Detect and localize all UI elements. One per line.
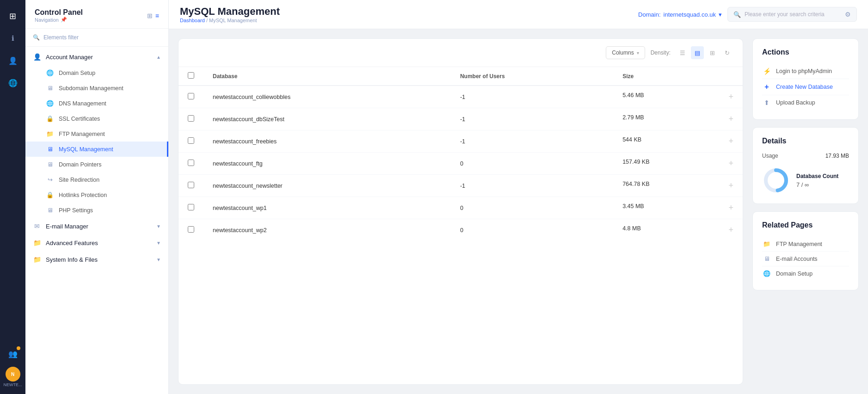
sidebar-nav-icons: ⊞ ≡ <box>147 12 159 19</box>
filter-settings-icon[interactable]: ⚙ <box>845 11 851 18</box>
sidebar-item-mysql-management[interactable]: 🖥 MySQL Management <box>25 142 168 157</box>
table-row: newtestaccount_ftg 0 157.49 KB + <box>179 153 743 175</box>
search-input[interactable] <box>745 11 841 18</box>
row-db-name: newtestaccount_wp1 <box>203 197 451 219</box>
details-card: Details Usage 17.93 MB Database Count 7 … <box>752 127 859 204</box>
table-row: newtestaccount_newsletter -1 764.78 KB + <box>179 175 743 197</box>
row-checkbox-3[interactable] <box>188 160 194 166</box>
row-checkbox-cell <box>179 197 203 219</box>
table-row: newtestaccount_freebies -1 544 KB + <box>179 130 743 153</box>
sidebar-group-advanced-features[interactable]: 📁 Advanced Features ▼ <box>25 234 168 251</box>
dns-icon: 🌐 <box>46 100 54 107</box>
row-plus-btn[interactable]: + <box>728 181 733 191</box>
sidebar-item-domain-setup[interactable]: 🌐 Domain Setup <box>25 65 168 80</box>
system-info-label: System Info & Files <box>46 256 98 263</box>
related-ftp-label: FTP Management <box>776 241 822 247</box>
row-checkbox-2[interactable] <box>188 137 194 144</box>
density-buttons: ☰ ▤ ⊞ ↻ <box>676 46 733 59</box>
columns-button[interactable]: Columns ▾ <box>606 46 645 59</box>
subdomain-icon: 🖥 <box>46 85 54 92</box>
nav-section-account: 👤 Account Manager ▲ 🌐 Domain Setup 🖥 Sub… <box>25 47 168 270</box>
row-db-name: newtestaccount_ftg <box>203 153 451 175</box>
refresh-btn[interactable]: ↻ <box>720 46 733 59</box>
related-email-icon: 🖥 <box>762 255 771 262</box>
columns-chevron-icon: ▾ <box>637 50 639 55</box>
row-plus-btn[interactable]: + <box>728 159 733 168</box>
row-size: 2.79 MB + <box>613 108 743 130</box>
sidebar-item-php-settings[interactable]: 🖥 PHP Settings <box>25 203 168 218</box>
row-plus-btn[interactable]: + <box>728 136 733 146</box>
grid-icon[interactable]: ⊞ <box>4 7 22 25</box>
row-checkbox-cell <box>179 130 203 153</box>
sidebar-item-site-redirection[interactable]: ↪ Site Redirection <box>25 172 168 187</box>
page-title: MySQL Management <box>180 6 280 18</box>
sidebar-item-ftp-management[interactable]: 📁 FTP Management <box>25 126 168 142</box>
row-plus-btn[interactable]: + <box>728 203 733 213</box>
right-panel: Actions ⚡ Login to phpMyAdmin + Create N… <box>752 38 859 385</box>
row-db-name: newtestaccount_wp2 <box>203 219 451 241</box>
row-users: -1 <box>451 130 613 153</box>
row-checkbox-6[interactable] <box>188 226 194 233</box>
row-checkbox-4[interactable] <box>188 182 194 188</box>
row-users: 0 <box>451 197 613 219</box>
density-compact-btn[interactable]: ▤ <box>691 46 704 59</box>
sidebar-item-dns-management[interactable]: 🌐 DNS Management <box>25 96 168 111</box>
sidebar-item-hotlinks-protection[interactable]: 🔒 Hotlinks Protection <box>25 187 168 203</box>
related-card: Related Pages 📁 FTP Management 🖥 E-mail … <box>752 211 859 290</box>
row-plus-btn[interactable]: + <box>728 114 733 124</box>
row-checkbox-0[interactable] <box>188 93 194 99</box>
select-all-checkbox[interactable] <box>188 72 194 79</box>
ssl-icon: 🔒 <box>46 115 54 122</box>
avatar[interactable]: N <box>6 367 20 382</box>
breadcrumb-home[interactable]: Dashboard <box>180 18 205 23</box>
action-create-label: Create New Database <box>776 84 833 90</box>
donut-separator: / <box>801 181 803 188</box>
user-icon[interactable]: 👤 <box>4 51 22 70</box>
sidebar-title: Control Panel <box>35 8 83 17</box>
list-view-icon[interactable]: ≡ <box>155 12 159 19</box>
table-row: newtestaccount_dbSizeTest -1 2.79 MB + <box>179 108 743 130</box>
grid-view-icon[interactable]: ⊞ <box>147 12 153 19</box>
row-checkbox-1[interactable] <box>188 115 194 122</box>
related-email-accounts[interactable]: 🖥 E-mail Accounts <box>762 252 849 266</box>
sidebar-group-system-info[interactable]: 📁 System Info & Files ▼ <box>25 251 168 268</box>
phpmyadmin-icon: ⚡ <box>762 68 771 75</box>
user-label: NEWTE... <box>4 382 22 387</box>
action-upload-backup[interactable]: ⬆ Upload Backup <box>762 95 849 110</box>
sidebar-item-subdomain-management[interactable]: 🖥 Subdomain Management <box>25 80 168 96</box>
email-manager-arrow: ▼ <box>156 224 161 229</box>
related-email-label: E-mail Accounts <box>776 256 818 262</box>
table-row: newtestaccount_colliewobbles -1 5.46 MB … <box>179 86 743 108</box>
density-grid-btn[interactable]: ⊞ <box>706 46 719 59</box>
col-size: Size <box>613 67 743 86</box>
related-domain-setup[interactable]: 🌐 Domain Setup <box>762 266 849 281</box>
row-size: 544 KB + <box>613 130 743 153</box>
row-size: 3.45 MB + <box>613 197 743 219</box>
pin-icon[interactable]: 📌 <box>61 17 67 23</box>
domain-selector[interactable]: Domain: internetsquad.co.uk ▾ <box>638 11 722 18</box>
action-create-database[interactable]: + Create New Database <box>762 79 849 95</box>
related-domain-label: Domain Setup <box>776 271 813 277</box>
related-ftp-management[interactable]: 📁 FTP Management <box>762 237 849 252</box>
team-icon[interactable]: 👥 <box>4 345 22 363</box>
density-list-btn[interactable]: ☰ <box>676 46 689 59</box>
row-plus-btn[interactable]: + <box>728 225 733 235</box>
row-checkbox-5[interactable] <box>188 204 194 210</box>
row-users: 0 <box>451 219 613 241</box>
sidebar-item-ssl-certificates[interactable]: 🔒 SSL Certificates <box>25 111 168 126</box>
email-manager-label: E-mail Manager <box>46 223 88 230</box>
action-login-phpmyadmin[interactable]: ⚡ Login to phpMyAdmin <box>762 64 849 79</box>
sidebar-group-email-manager[interactable]: ✉ E-mail Manager ▼ <box>25 218 168 234</box>
info-icon[interactable]: ℹ <box>4 29 22 48</box>
globe-icon[interactable]: 🌐 <box>4 74 22 92</box>
row-db-name: newtestaccount_dbSizeTest <box>203 108 451 130</box>
breadcrumb: Dashboard / MySQL Management <box>180 18 280 23</box>
sidebar-group-account-manager[interactable]: 👤 Account Manager ▲ <box>25 49 168 65</box>
sidebar-item-domain-pointers[interactable]: 🖥 Domain Pointers <box>25 157 168 172</box>
database-table: Database Number of Users Size newtestacc… <box>179 67 743 384</box>
sidebar-header: Control Panel Navigation 📌 ⊞ ≡ <box>25 0 168 29</box>
row-plus-btn[interactable]: + <box>728 92 733 102</box>
upload-backup-icon: ⬆ <box>762 99 771 106</box>
elements-filter-trigger[interactable]: 🔍 Elements filter <box>33 34 161 41</box>
row-checkbox-cell <box>179 108 203 130</box>
